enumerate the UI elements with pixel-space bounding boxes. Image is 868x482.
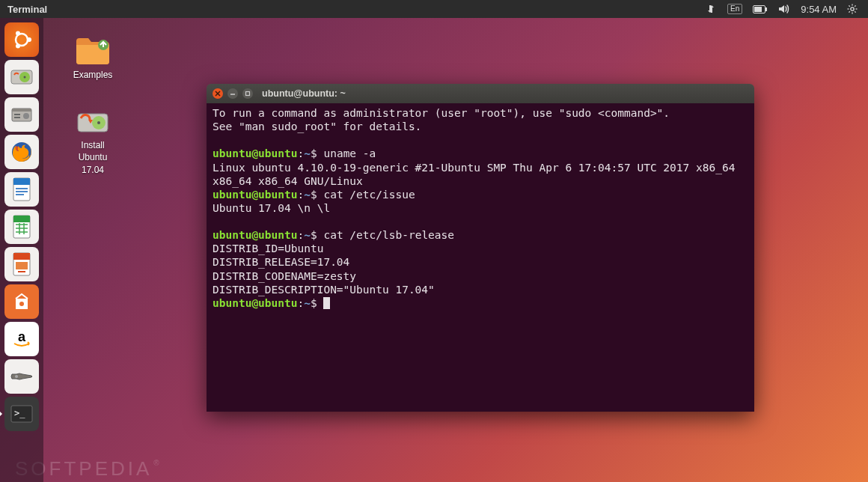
terminal-output-line: DISTRIB_DESCRIPTION="Ubuntu 17.04" [213,284,435,296]
software-center-icon [11,291,32,312]
window-minimize-button[interactable] [227,88,238,99]
terminal-command: cat /etc/lsb-release [323,229,454,241]
terminal-output-line: Linux ubuntu 4.10.0-19-generic #21-Ubunt… [213,162,742,187]
svg-point-15 [16,44,20,49]
firefox-icon [9,139,34,165]
svg-rect-29 [16,194,24,195]
impress-icon [11,251,32,277]
launcher-firefox[interactable] [4,135,39,169]
terminal-output-line: DISTRIB_ID=Ubuntu [213,242,323,254]
volume-icon [778,4,790,14]
terminal-prompt-path: ~ [304,229,311,241]
svg-rect-20 [12,109,31,112]
terminal-prompt-user: ubuntu@ubuntu [213,229,298,241]
launcher-ubuntu-software[interactable] [4,284,39,319]
file-manager-icon [10,105,34,124]
battery-indicator[interactable] [753,5,768,13]
svg-rect-40 [18,271,25,272]
desktop-icons-area: Examples Install Ubuntu 17.04 [64,34,121,176]
svg-rect-53 [246,92,250,96]
svg-line-9 [855,11,855,12]
launcher-files[interactable] [4,97,39,132]
clock[interactable]: 9:54 AM [801,4,837,15]
svg-line-10 [849,11,849,12]
launcher-terminal[interactable]: >_ [4,397,39,431]
terminal-titlebar[interactable]: ubuntu@ubuntu: ~ [207,84,754,103]
network-icon [706,4,717,14]
desktop-icon-label: Install Ubuntu 17.04 [79,139,108,176]
svg-rect-22 [14,117,20,118]
folder-icon [73,34,112,66]
launcher-libreoffice-impress[interactable] [4,247,39,281]
terminal-body[interactable]: To run a command as administrator (user … [207,103,754,412]
gear-icon [847,4,858,14]
unity-launcher: a >_ [0,18,43,482]
top-menu-bar: Terminal En 9:54 AM [0,0,868,18]
svg-rect-1 [754,7,762,12]
launcher-disk-utility[interactable] [4,60,39,94]
launcher-amazon[interactable]: a [4,322,39,356]
svg-text:>_: >_ [14,408,25,418]
terminal-prompt-path: ~ [304,147,311,159]
svg-text:a: a [18,329,26,344]
terminal-output-line: To run a command as administrator (user … [213,107,670,119]
launcher-libreoffice-calc[interactable] [4,210,39,244]
terminal-command: cat /etc/issue [323,189,415,201]
svg-point-23 [23,113,29,119]
svg-line-11 [855,5,855,6]
desktop-icon-install-ubuntu[interactable]: Install Ubuntu 17.04 [64,105,121,176]
session-indicator[interactable] [847,4,858,14]
terminal-output-line: See "man sudo_root" for details. [213,120,421,132]
amazon-icon: a [10,328,33,350]
svg-point-43 [15,375,18,378]
terminal-output-line: DISTRIB_CODENAME=zesty [213,270,356,282]
svg-point-18 [24,76,26,79]
terminal-prompt-user: ubuntu@ubuntu [213,147,298,159]
svg-point-3 [851,7,854,10]
sound-indicator[interactable] [778,4,790,14]
terminal-prompt-path: ~ [304,189,311,201]
svg-rect-39 [16,262,28,269]
svg-point-50 [97,121,100,124]
ubuntu-logo-icon [10,28,33,51]
terminal-prompt-user: ubuntu@ubuntu [213,189,298,201]
terminal-prompt-path: ~ [304,297,311,309]
svg-line-8 [849,5,849,6]
battery-icon [753,5,768,13]
svg-rect-38 [13,253,30,260]
keyboard-indicator[interactable]: En [727,4,742,14]
window-close-button[interactable] [213,88,223,99]
network-indicator[interactable] [706,4,717,14]
minimize-icon [230,91,236,97]
svg-point-13 [27,37,31,42]
svg-rect-27 [16,188,28,189]
svg-rect-2 [765,7,767,11]
terminal-output-line: DISTRIB_RELEASE=17.04 [213,256,349,268]
terminal-title-text: ubuntu@ubuntu: ~ [262,88,346,99]
launcher-dash[interactable] [4,22,39,57]
writer-icon [11,177,32,202]
svg-rect-28 [16,191,28,192]
launcher-libreoffice-writer[interactable] [4,172,39,207]
desktop-icon-examples[interactable]: Examples [64,34,121,81]
calc-icon [11,214,32,240]
terminal-icon: >_ [10,404,34,424]
desktop-icon-label: Examples [73,69,113,81]
close-icon [215,91,221,97]
svg-rect-21 [14,114,20,115]
terminal-prompt-user: ubuntu@ubuntu [213,297,298,309]
svg-rect-26 [13,178,30,185]
window-maximize-button[interactable] [242,88,253,99]
launcher-system-settings[interactable] [4,359,39,394]
drive-icon [10,67,34,87]
terminal-output-line: Ubuntu 17.04 \n \l [213,202,330,214]
svg-rect-31 [13,216,30,222]
settings-icon [9,368,34,385]
maximize-icon [245,91,251,97]
svg-point-41 [19,302,24,306]
terminal-window[interactable]: ubuntu@ubuntu: ~ To run a command as adm… [207,84,754,412]
terminal-command: uname -a [323,147,376,159]
active-app-label[interactable]: Terminal [7,4,47,15]
installer-icon [73,105,112,136]
terminal-cursor [323,297,330,309]
